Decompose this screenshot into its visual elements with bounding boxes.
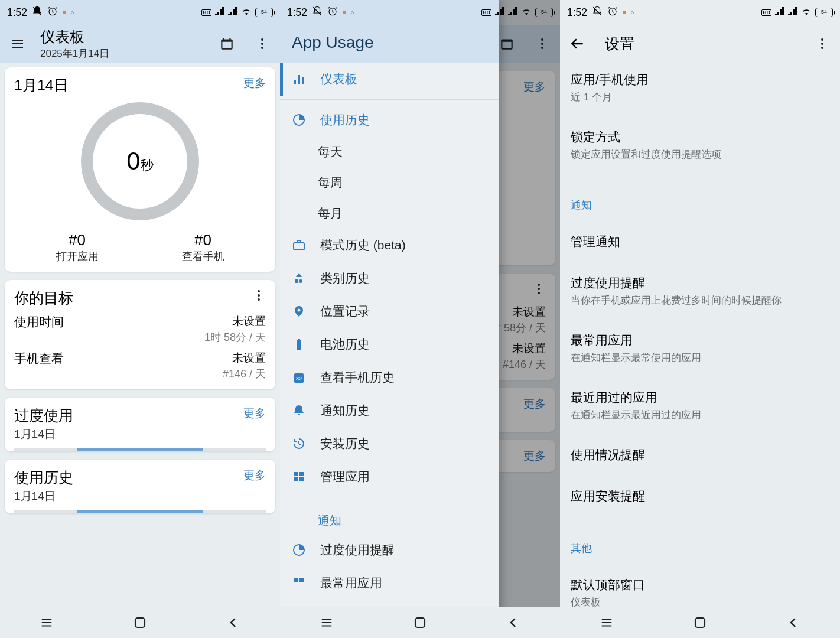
dot-icon xyxy=(71,11,74,14)
history-bar xyxy=(14,510,266,513)
menu-button[interactable] xyxy=(5,31,31,57)
svg-rect-33 xyxy=(415,618,425,627)
svg-rect-20 xyxy=(294,243,304,250)
setting-recent-apps[interactable]: 最近用过的应用 在通知栏显示最近用过的应用 xyxy=(560,381,840,430)
nav-back-button[interactable] xyxy=(217,612,250,633)
setting-lock-mode[interactable]: 锁定方式 锁定应用设置和过度使用提醒选项 xyxy=(560,121,840,170)
drawer-item-weekly[interactable]: 每周 xyxy=(280,167,499,198)
drawer-section-usage-history[interactable]: 使用历史 xyxy=(280,103,499,136)
donut-value: 0 xyxy=(126,147,140,175)
goals-card: 你的目标 使用时间 未设置 1时 58分 / 天 手机查看 未设置 #146 /… xyxy=(5,280,275,389)
svg-point-4 xyxy=(261,43,263,45)
drawer-item-daily[interactable]: 每天 xyxy=(280,136,499,167)
nav-home-button[interactable] xyxy=(123,612,157,633)
drawer-item-most-used-apps[interactable]: 最常用应用 xyxy=(280,567,499,600)
drawer-item-monthly[interactable]: 每月 xyxy=(280,198,499,229)
more-button[interactable]: 更多 xyxy=(243,468,266,483)
dot-icon xyxy=(623,11,626,14)
summary-date: 1月14日 xyxy=(14,76,69,95)
goal-row-phone-checks[interactable]: 手机查看 未设置 #146 / 天 xyxy=(14,344,266,381)
nav-recents-button[interactable] xyxy=(590,612,623,633)
setting-manage-notifications[interactable]: 管理通知 xyxy=(560,225,840,258)
svg-rect-23 xyxy=(298,339,300,340)
overflow-menu-button[interactable] xyxy=(809,31,835,57)
main-toolbar: 仪表板 2025年1月14日 xyxy=(0,25,280,63)
briefcase-icon xyxy=(292,238,306,252)
svg-rect-31 xyxy=(294,578,298,582)
drawer-item-location-history[interactable]: 位置记录 xyxy=(280,295,499,328)
section-header-notifications: 通知 xyxy=(560,186,840,217)
drawer-item-notification-history[interactable]: 通知历史 xyxy=(280,394,499,427)
history-card: 使用历史 1月14日 更多 xyxy=(5,460,275,513)
overflow-menu-button[interactable] xyxy=(249,31,275,57)
drawer-item-battery-history[interactable]: 电池历史 xyxy=(280,328,499,361)
svg-point-36 xyxy=(821,43,823,45)
drawer-item-category-history[interactable]: 类别历史 xyxy=(280,262,499,295)
alarm-icon xyxy=(327,6,338,19)
shapes-icon xyxy=(292,271,306,285)
more-button[interactable]: 更多 xyxy=(243,76,266,91)
setting-usage-remind[interactable]: 使用情况提醒 xyxy=(560,438,840,471)
drawer-item-install-history[interactable]: 安装历史 xyxy=(280,427,499,460)
wifi-icon xyxy=(241,6,252,18)
nav-home-button[interactable] xyxy=(403,612,437,633)
drawer-item-mode-history[interactable]: 模式历史 (beta) xyxy=(280,229,499,262)
svg-point-35 xyxy=(821,38,823,41)
hd-icon: HD xyxy=(201,9,211,16)
dot-icon xyxy=(63,11,66,14)
setting-overuse-reminder[interactable]: 过度使用提醒 当你在手机或应用上花费过多时间的时候提醒你 xyxy=(560,266,840,315)
svg-text:32: 32 xyxy=(296,376,302,382)
drawer-item-overuse-reminder[interactable]: 过度使用提醒 xyxy=(280,533,499,567)
history-title: 使用历史 xyxy=(14,468,73,487)
svg-point-3 xyxy=(261,38,263,41)
dot-icon xyxy=(631,11,634,14)
page-subtitle: 2025年1月14日 xyxy=(40,47,204,60)
signal-icon xyxy=(775,6,784,18)
signal-icon xyxy=(228,6,237,18)
setting-app-phone-usage[interactable]: 应用/手机使用 近 1 个月 xyxy=(560,63,840,112)
overuse-date: 1月14日 xyxy=(14,427,73,442)
setting-default-top-window[interactable]: 默认顶部窗口 仪表板 xyxy=(560,568,840,607)
svg-rect-22 xyxy=(297,340,301,350)
svg-rect-28 xyxy=(294,477,298,481)
signal-icon xyxy=(495,7,504,18)
more-button[interactable]: 更多 xyxy=(243,406,266,421)
status-bar: 1:52 HD 54 xyxy=(560,0,840,25)
dot-icon xyxy=(343,11,346,14)
svg-point-37 xyxy=(821,47,823,49)
nav-recents-button[interactable] xyxy=(30,612,63,633)
svg-rect-38 xyxy=(695,618,705,627)
section-header-other: 其他 xyxy=(560,529,840,560)
nav-back-button[interactable] xyxy=(497,612,530,633)
svg-point-5 xyxy=(261,47,263,49)
drawer-title: App Usage xyxy=(280,25,499,63)
bar-chart-icon xyxy=(292,72,306,86)
back-button[interactable] xyxy=(565,31,591,57)
card-overflow-button[interactable] xyxy=(252,288,266,305)
summary-card: 1月14日 更多 0秒 #0 打开应用 #0 xyxy=(5,67,275,272)
setting-install-remind[interactable]: 应用安装提醒 xyxy=(560,480,840,513)
nav-recents-button[interactable] xyxy=(310,612,343,633)
drawer-item-phone-view-history[interactable]: 32 查看手机历史 xyxy=(280,361,499,394)
nav-back-button[interactable] xyxy=(777,612,810,633)
signal-icon xyxy=(788,6,797,18)
settings-title: 设置 xyxy=(605,34,800,54)
alarm-icon xyxy=(607,6,618,19)
location-pin-icon xyxy=(292,304,306,318)
status-bar-right: HD 54 xyxy=(481,0,560,25)
drawer-item-manage-apps[interactable]: 管理应用 xyxy=(280,460,499,493)
settings-list[interactable]: 应用/手机使用 近 1 个月 锁定方式 锁定应用设置和过度使用提醒选项 通知 管… xyxy=(560,63,840,607)
calendar-button[interactable] xyxy=(214,31,240,57)
hd-icon: HD xyxy=(481,9,491,16)
signal-icon xyxy=(508,7,517,18)
drawer-item-dashboard[interactable]: 仪表板 xyxy=(280,63,499,96)
bell-icon xyxy=(292,403,306,418)
nav-home-button[interactable] xyxy=(683,612,717,633)
bell-mute-icon xyxy=(312,6,323,19)
bell-mute-icon xyxy=(32,6,43,19)
goal-row-usage-time[interactable]: 使用时间 未设置 1时 58分 / 天 xyxy=(14,308,266,344)
setting-most-used-apps[interactable]: 最常用应用 在通知栏显示最常使用的应用 xyxy=(560,324,840,373)
dot-icon xyxy=(351,11,354,14)
svg-point-7 xyxy=(258,294,260,297)
nav-bar xyxy=(280,607,560,638)
